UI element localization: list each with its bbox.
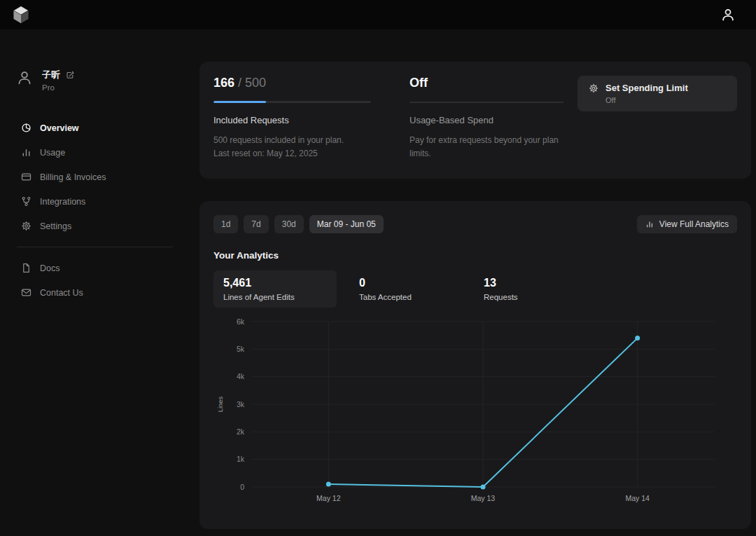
sidebar-item-integrations[interactable]: Integrations bbox=[17, 189, 200, 214]
main-content: 166 / 500 Included Requests 500 requests… bbox=[200, 29, 756, 536]
sidebar-divider bbox=[17, 247, 173, 247]
range-button-1d[interactable]: 1d bbox=[214, 215, 238, 233]
stat-lines-of-agent-edits[interactable]: 5,461 Lines of Agent Edits bbox=[214, 270, 337, 308]
svg-text:May 12: May 12 bbox=[316, 494, 341, 502]
range-button-30d[interactable]: 30d bbox=[274, 215, 304, 233]
gear-icon bbox=[21, 221, 31, 231]
analytics-card: 1d 7d 30d Mar 09 - Jun 05 View Full Anal… bbox=[200, 201, 751, 529]
included-requests-progress-fill bbox=[214, 101, 266, 103]
user-plan: Pro bbox=[42, 83, 75, 92]
set-spending-limit-button[interactable]: Set Spending Limit Off bbox=[578, 76, 737, 111]
view-full-analytics-label: View Full Analytics bbox=[659, 219, 729, 229]
sidebar: 子昕 Pro Overview bbox=[0, 29, 200, 536]
sidebar-item-label: Docs bbox=[40, 263, 59, 273]
analytics-title: Your Analytics bbox=[214, 250, 737, 261]
sidebar-item-docs[interactable]: Docs bbox=[17, 256, 200, 280]
stat-value: 13 bbox=[484, 277, 576, 289]
mini-bar-chart-icon bbox=[645, 220, 654, 228]
chart-container: 01k2k3k4k5k6kMay 12May 13May 14Lines bbox=[214, 316, 737, 509]
range-button-7d[interactable]: 7d bbox=[244, 215, 268, 233]
stat-tabs-accepted[interactable]: 0 Tabs Accepted bbox=[349, 270, 461, 308]
sidebar-item-label: Integrations bbox=[40, 197, 85, 207]
included-requests-description: 500 requests included in your plan. Last… bbox=[214, 134, 376, 160]
set-spending-limit-label: Set Spending Limit bbox=[606, 83, 688, 93]
spending-limit-status: Off bbox=[606, 96, 688, 104]
gear-icon bbox=[589, 83, 598, 104]
view-full-analytics-button[interactable]: View Full Analytics bbox=[637, 215, 737, 233]
analytics-filters: 1d 7d 30d Mar 09 - Jun 05 View Full Anal… bbox=[214, 215, 737, 233]
stat-label: Tabs Accepted bbox=[359, 293, 451, 301]
sidebar-nav: Overview Usage Billing & Invoices bbox=[17, 116, 200, 238]
usage-based-title: Usage-Based Spend bbox=[410, 115, 578, 125]
sidebar-item-billing[interactable]: Billing & Invoices bbox=[17, 165, 200, 189]
sidebar-item-settings[interactable]: Settings bbox=[17, 214, 200, 238]
svg-text:May 13: May 13 bbox=[471, 494, 496, 502]
svg-text:6k: 6k bbox=[237, 317, 245, 326]
svg-text:2k: 2k bbox=[237, 427, 245, 436]
credit-card-icon bbox=[21, 172, 31, 182]
stat-value: 5,461 bbox=[223, 277, 327, 289]
edit-profile-icon[interactable] bbox=[66, 71, 75, 80]
usage-based-description: Pay for extra requests beyond your plan … bbox=[410, 134, 572, 160]
user-avatar-icon bbox=[17, 70, 32, 88]
sidebar-item-label: Settings bbox=[40, 221, 71, 231]
stat-label: Lines of Agent Edits bbox=[223, 293, 327, 301]
usage-summary-card: 166 / 500 Included Requests 500 requests… bbox=[200, 62, 751, 179]
sidebar-item-label: Billing & Invoices bbox=[40, 172, 106, 182]
included-requests-title: Included Requests bbox=[214, 115, 390, 125]
included-requests-progress bbox=[214, 101, 371, 103]
analytics-stats: 5,461 Lines of Agent Edits 0 Tabs Accept… bbox=[214, 270, 737, 308]
usage-based-value: Off bbox=[410, 76, 578, 90]
branch-icon bbox=[21, 196, 31, 207]
pie-chart-icon bbox=[21, 123, 31, 133]
usage-based-section: Off Usage-Based Spend Pay for extra requ… bbox=[410, 76, 578, 165]
svg-text:4k: 4k bbox=[237, 372, 245, 380]
svg-text:5k: 5k bbox=[237, 345, 245, 353]
date-range-picker[interactable]: Mar 09 - Jun 05 bbox=[309, 215, 384, 233]
usage-based-bar bbox=[410, 102, 564, 103]
svg-text:3k: 3k bbox=[237, 400, 245, 408]
sidebar-item-usage[interactable]: Usage bbox=[17, 140, 200, 165]
svg-text:Lines: Lines bbox=[216, 396, 224, 412]
svg-text:May 14: May 14 bbox=[625, 494, 650, 502]
sidebar-secondary-nav: Docs Contact Us bbox=[17, 256, 200, 305]
stat-value: 0 bbox=[359, 277, 451, 289]
analytics-line-chart: 01k2k3k4k5k6kMay 12May 13May 14Lines bbox=[214, 316, 724, 507]
sidebar-item-label: Contact Us bbox=[40, 288, 83, 298]
sidebar-item-overview[interactable]: Overview bbox=[17, 116, 200, 140]
included-requests-count: 166 / 500 bbox=[214, 76, 390, 90]
svg-text:1k: 1k bbox=[237, 455, 245, 463]
stat-label: Requests bbox=[484, 293, 576, 301]
cursor-logo[interactable] bbox=[11, 5, 31, 25]
user-profile: 子昕 Pro bbox=[17, 69, 200, 92]
document-icon bbox=[21, 263, 31, 273]
included-requests-section: 166 / 500 Included Requests 500 requests… bbox=[214, 76, 390, 165]
topbar bbox=[0, 0, 756, 29]
mail-icon bbox=[21, 287, 31, 298]
sidebar-item-label: Usage bbox=[40, 148, 65, 158]
bar-chart-icon bbox=[21, 147, 31, 158]
sidebar-item-label: Overview bbox=[40, 123, 79, 133]
account-person-icon[interactable] bbox=[721, 8, 735, 22]
user-name: 子昕 bbox=[42, 69, 60, 81]
sidebar-item-contact[interactable]: Contact Us bbox=[17, 280, 200, 305]
stat-requests[interactable]: 13 Requests bbox=[474, 270, 586, 308]
svg-text:0: 0 bbox=[240, 483, 244, 491]
